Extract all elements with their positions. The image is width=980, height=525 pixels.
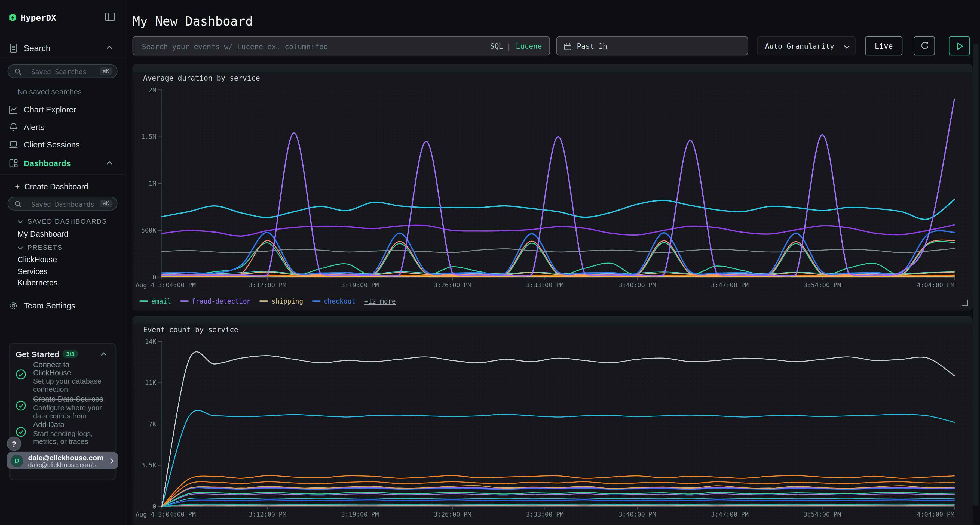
resize-handle-icon[interactable] xyxy=(962,300,968,306)
x-tick-label: 3:40:00 PM xyxy=(619,511,656,518)
legend-item-shipping[interactable]: shipping xyxy=(260,524,303,525)
help-button[interactable]: ? xyxy=(7,436,21,451)
y-tick-label: 7K xyxy=(149,420,156,428)
x-tick-label: 3:54:00 PM xyxy=(803,511,841,518)
series-email xyxy=(162,241,955,276)
saved-searches-field[interactable] xyxy=(30,65,95,78)
chart-canvas[interactable]: 14K11K7K3.5K0Aug 4 3:04:00 PM3:12:00 PM3… xyxy=(133,335,972,522)
sidebar-item-team-settings[interactable]: Team Settings xyxy=(0,298,125,313)
refresh-button[interactable] xyxy=(914,36,935,56)
scrollbar[interactable] xyxy=(973,44,979,506)
user-menu[interactable]: D dale@clickhouse.com dale@clickhouse.co… xyxy=(7,452,118,469)
legend-label: email xyxy=(151,524,171,525)
time-range-value: Past 1h xyxy=(577,42,607,51)
journal-icon xyxy=(9,43,18,53)
check-circle-icon xyxy=(16,400,26,411)
chevron-right-icon xyxy=(110,458,114,464)
calendar-icon xyxy=(564,43,572,51)
check-circle-icon xyxy=(16,369,26,380)
section-presets[interactable]: PRESETS xyxy=(0,243,125,253)
legend-item-email[interactable]: email xyxy=(139,297,171,305)
legend-label: fraud-detection xyxy=(192,524,251,525)
series-tan-2 xyxy=(162,487,955,506)
legend-item-email[interactable]: email xyxy=(139,524,171,525)
x-tick-label: 3:33:00 PM xyxy=(526,511,564,518)
y-tick-label: 500K xyxy=(141,227,156,234)
series-cyan-main xyxy=(162,411,955,506)
saved-searches-input[interactable]: ⌘K xyxy=(8,64,118,78)
sidebar-item-my-dashboard[interactable]: My Dashboard xyxy=(0,228,125,241)
saved-dashboards-input[interactable]: ⌘K xyxy=(8,197,118,211)
chart-average-duration[interactable]: 2M1.5M1M500K0Aug 4 3:04:00 PM3:12:00 PM3… xyxy=(133,84,972,292)
lang-lucene-toggle[interactable]: Lucene xyxy=(516,42,542,51)
y-tick-label: 1.5M xyxy=(141,133,156,140)
brand-name: HyperDX xyxy=(21,13,56,22)
chart-legend: emailfraud-detectionshippingcheckout+12 … xyxy=(139,523,396,525)
legend-item-shipping[interactable]: shipping xyxy=(260,297,303,305)
lang-sql-toggle[interactable]: SQL xyxy=(490,42,503,51)
legend-label: checkout xyxy=(324,297,355,305)
app-root: HyperDX Search xyxy=(0,0,980,525)
saved-dashboards-field[interactable] xyxy=(30,198,95,211)
laptop-icon xyxy=(9,141,18,149)
series-purple-wavy xyxy=(162,225,955,236)
sidebar-section-search[interactable]: Search xyxy=(0,40,125,57)
chart-event-count[interactable]: 14K11K7K3.5K0Aug 4 3:04:00 PM3:12:00 PM3… xyxy=(133,335,972,522)
legend-item-fraud-detection[interactable]: fraud-detection xyxy=(180,524,251,525)
granularity-select[interactable]: Auto Granularity xyxy=(757,36,856,56)
legend-label: checkout xyxy=(324,524,355,525)
sidebar-item-alerts[interactable]: Alerts xyxy=(0,119,125,135)
bell-icon xyxy=(9,122,18,132)
lang-separator: | xyxy=(506,42,511,51)
dashboards-icon xyxy=(9,159,18,168)
get-started-header[interactable]: Get Started 3/3 xyxy=(9,344,115,362)
page-title: My New Dashboard xyxy=(132,14,253,29)
sidebar-item-kubernetes[interactable]: Kubernetes xyxy=(0,277,125,290)
x-tick-label: 3:40:00 PM xyxy=(619,282,656,289)
chart-title: Event count by service xyxy=(143,325,239,334)
time-range-picker[interactable]: Past 1h xyxy=(556,36,748,56)
legend-item-checkout[interactable]: checkout xyxy=(312,524,356,525)
series-cyan-wavy xyxy=(162,200,955,219)
series-orange-1 xyxy=(162,476,955,506)
step-add-data[interactable]: Add Data Start sending logs, metrics, or… xyxy=(9,420,115,446)
chart-canvas[interactable]: 2M1.5M1M500K0Aug 4 3:04:00 PM3:12:00 PM3… xyxy=(133,84,972,292)
sidebar-item-clickhouse[interactable]: ClickHouse xyxy=(0,254,125,266)
step-connect-clickhouse[interactable]: Connect to ClickHouse Set up your databa… xyxy=(9,360,115,393)
chevron-down-icon xyxy=(844,45,850,49)
sidebar-item-client-sessions[interactable]: Client Sessions xyxy=(0,136,125,153)
avatar: D xyxy=(11,454,23,467)
legend-item-checkout[interactable]: checkout xyxy=(312,297,356,305)
legend-label: fraud-detection xyxy=(192,297,251,305)
y-tick-label: 1M xyxy=(149,180,156,187)
sidebar-item-chart-explorer[interactable]: Chart Explorer xyxy=(0,101,125,118)
chart-explorer-icon xyxy=(9,105,18,114)
x-tick-label: 3:33:00 PM xyxy=(526,282,564,289)
sidebar-item-services[interactable]: Services xyxy=(0,266,125,279)
legend-label: email xyxy=(151,297,171,305)
legend-item-fraud-detection[interactable]: fraud-detection xyxy=(180,297,251,305)
legend-label: shipping xyxy=(271,297,303,305)
panel-drag-handle[interactable] xyxy=(133,65,972,73)
event-search-input[interactable] xyxy=(141,37,493,56)
legend-item--12-more[interactable]: +12 more xyxy=(364,297,396,305)
create-dashboard-button[interactable]: + Create Dashboard xyxy=(0,180,125,194)
step-create-data-sources[interactable]: Create Data Sources Configure where your… xyxy=(9,395,115,421)
user-email: dale@clickhouse.com xyxy=(28,454,103,462)
series-purple-1 xyxy=(162,487,955,506)
sidebar-item-dashboards[interactable]: Dashboards xyxy=(0,155,125,172)
section-saved-dashboards[interactable]: SAVED DASHBOARDS xyxy=(0,217,125,227)
legend-item--12-more[interactable]: +12 more xyxy=(364,524,396,525)
event-search-box: SQL | Lucene xyxy=(132,36,550,56)
play-icon xyxy=(956,42,964,51)
y-tick-label: 3.5K xyxy=(141,462,156,469)
search-icon xyxy=(14,68,22,76)
series-checkout xyxy=(162,231,955,275)
check-circle-icon xyxy=(16,427,26,437)
y-tick-label: 14K xyxy=(145,338,156,345)
panel-drag-handle[interactable] xyxy=(133,317,972,324)
sidebar-collapse-button[interactable] xyxy=(105,13,115,24)
refresh-icon xyxy=(920,41,929,51)
live-button[interactable]: Live xyxy=(865,36,903,56)
run-query-button[interactable] xyxy=(949,36,970,56)
